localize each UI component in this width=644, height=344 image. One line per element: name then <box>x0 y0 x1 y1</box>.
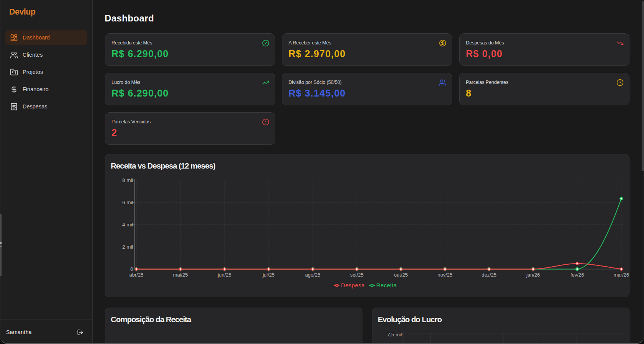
svg-text:abr/25: abr/25 <box>129 272 144 278</box>
svg-text:jul/25: jul/25 <box>262 272 275 278</box>
svg-text:0: 0 <box>130 266 133 272</box>
svg-text:nov/25: nov/25 <box>438 272 452 278</box>
svg-text:fev/26: fev/26 <box>570 272 584 278</box>
svg-text:set/25: set/25 <box>350 272 364 278</box>
svg-text:6 mil: 6 mil <box>122 200 133 205</box>
svg-text:jan/26: jan/26 <box>526 272 540 278</box>
svg-text:dez/25: dez/25 <box>482 272 497 278</box>
svg-text:out/25: out/25 <box>394 272 408 278</box>
svg-text:Receita: Receita <box>376 282 397 288</box>
svg-text:4 mil: 4 mil <box>122 222 133 228</box>
svg-text:mar/26: mar/26 <box>614 272 629 278</box>
svg-text:Despesa: Despesa <box>341 282 365 288</box>
svg-text:2 mil: 2 mil <box>122 244 133 250</box>
svg-text:mai/25: mai/25 <box>173 272 188 278</box>
svg-text:ago/25: ago/25 <box>305 272 320 278</box>
svg-text:jun/25: jun/25 <box>217 272 231 278</box>
svg-text:7,5 mil: 7,5 mil <box>387 332 402 337</box>
svg-text:8 mil: 8 mil <box>122 177 133 183</box>
